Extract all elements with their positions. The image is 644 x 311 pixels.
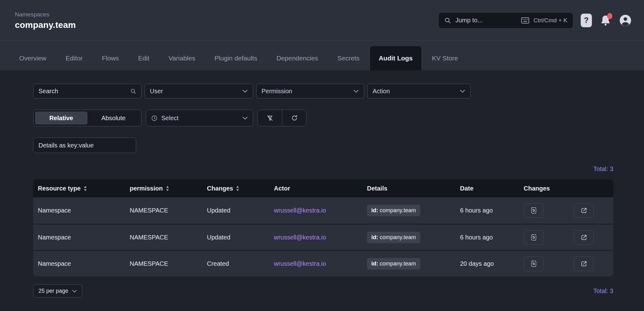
tab-flows[interactable]: Flows xyxy=(93,46,127,70)
view-changes-button[interactable] xyxy=(524,203,543,218)
tab-label: Flows xyxy=(102,55,119,62)
chevron-down-icon xyxy=(460,90,465,93)
per-page-select[interactable]: 25 per page xyxy=(33,284,82,298)
external-link-icon xyxy=(580,260,588,267)
tab-variables[interactable]: Variables xyxy=(160,46,204,70)
column-header-changes: Changes xyxy=(519,185,613,192)
time-mode-toggle: Relative Absolute xyxy=(33,110,141,126)
user-select[interactable]: User xyxy=(145,84,253,99)
jump-to-placeholder: Jump to... xyxy=(455,17,483,24)
refresh-icon xyxy=(291,115,298,121)
detail-badge: id:company.team xyxy=(367,258,420,269)
detail-value: company.team xyxy=(380,207,416,214)
tab-editor[interactable]: Editor xyxy=(57,46,92,70)
table-row[interactable]: Namespace NAMESPACE Updated wrussell@kes… xyxy=(33,197,613,224)
actor-link[interactable]: wrussell@kestra.io xyxy=(274,260,326,267)
audit-logs-panel: User Permission Action Relative Absolute xyxy=(0,70,644,298)
diff-restore-icon xyxy=(530,260,537,267)
tab-label: KV Store xyxy=(432,55,458,62)
total-count-top[interactable]: Total: 3 xyxy=(33,165,613,173)
tab-label: Overview xyxy=(19,55,47,62)
chevron-down-icon xyxy=(242,90,248,93)
sort-icon[interactable] xyxy=(236,186,239,191)
action-select[interactable]: Action xyxy=(367,84,471,99)
cell-resource-type: Namespace xyxy=(33,207,125,214)
view-changes-button[interactable] xyxy=(524,230,543,245)
tab-secrets[interactable]: Secrets xyxy=(329,46,368,70)
details-filter xyxy=(33,138,136,153)
filter-actions xyxy=(257,110,306,126)
actor-link[interactable]: wrussell@kestra.io xyxy=(274,207,326,214)
cell-resource-type: Namespace xyxy=(33,234,125,241)
cell-change-type: Updated xyxy=(202,207,269,214)
open-external-button[interactable] xyxy=(574,203,594,218)
notifications-button[interactable] xyxy=(599,14,612,27)
column-header-label: Actor xyxy=(274,185,290,192)
table-row[interactable]: Namespace NAMESPACE Created wrussell@kes… xyxy=(33,250,613,276)
tab-audit-logs[interactable]: Audit Logs xyxy=(370,46,422,70)
cell-date: 6 hours ago xyxy=(455,207,519,214)
tab-label: Editor xyxy=(66,55,83,62)
filters-row-2: Relative Absolute Select xyxy=(33,110,613,126)
tab-edit[interactable]: Edit xyxy=(129,46,158,70)
tab-label: Plugin defaults xyxy=(214,55,257,62)
table-header-row: Resource type permission Changes Actor D… xyxy=(33,179,613,197)
cell-permission: NAMESPACE xyxy=(125,207,202,214)
detail-badge: id:company.team xyxy=(367,205,420,216)
tab-plugin-defaults[interactable]: Plugin defaults xyxy=(206,46,266,70)
page-title: company.team xyxy=(15,20,76,30)
chevron-down-icon xyxy=(353,90,359,93)
time-range-select[interactable]: Select xyxy=(146,110,253,126)
column-header-label: Date xyxy=(460,185,473,192)
open-external-button[interactable] xyxy=(574,256,594,271)
app-header: Namespaces company.team Jump to... Ctrl/… xyxy=(0,0,644,41)
actor-link[interactable]: wrussell@kestra.io xyxy=(274,234,326,241)
user-select-value: User xyxy=(150,88,239,95)
toggle-relative[interactable]: Relative xyxy=(35,112,87,125)
search-icon xyxy=(444,17,451,24)
shortcut-hint: Ctrl/Cmd + K xyxy=(534,17,567,24)
sort-icon[interactable] xyxy=(83,186,87,191)
cell-permission: NAMESPACE xyxy=(125,260,202,267)
refresh-button[interactable] xyxy=(282,110,306,126)
diff-restore-icon xyxy=(530,234,537,241)
sort-icon[interactable] xyxy=(166,186,169,191)
chevron-down-icon xyxy=(72,290,77,293)
user-avatar[interactable] xyxy=(619,14,632,27)
total-count-bottom[interactable]: Total: 3 xyxy=(593,287,613,295)
clock-icon xyxy=(151,115,158,121)
detail-value: company.team xyxy=(380,261,416,267)
search-input[interactable] xyxy=(38,88,127,95)
column-header-permission: permission xyxy=(125,185,202,192)
column-header-label: permission xyxy=(130,185,163,192)
tab-label: Audit Logs xyxy=(379,55,413,62)
table-row[interactable]: Namespace NAMESPACE Updated wrussell@kes… xyxy=(33,224,613,250)
table-body: Namespace NAMESPACE Updated wrussell@kes… xyxy=(33,197,613,276)
details-input[interactable] xyxy=(38,142,131,149)
search-filter xyxy=(33,84,141,99)
tab-overview[interactable]: Overview xyxy=(11,46,55,70)
keyboard-icon xyxy=(521,17,529,24)
tab-dependencies[interactable]: Dependencies xyxy=(268,46,327,70)
chevron-down-icon xyxy=(242,116,248,120)
diff-restore-icon xyxy=(530,207,537,214)
detail-key: id: xyxy=(371,234,378,241)
open-external-button[interactable] xyxy=(574,230,594,245)
permission-select[interactable]: Permission xyxy=(256,84,364,99)
clear-filters-button[interactable] xyxy=(258,110,282,126)
view-changes-button[interactable] xyxy=(524,256,543,271)
tab-label: Dependencies xyxy=(276,55,318,62)
column-header-label: Resource type xyxy=(38,185,81,192)
column-header-label: Changes xyxy=(207,185,233,192)
breadcrumb[interactable]: Namespaces xyxy=(15,11,76,18)
column-header-resource-type: Resource type xyxy=(33,185,125,192)
jump-to-search[interactable]: Jump to... Ctrl/Cmd + K xyxy=(438,12,573,28)
external-link-icon xyxy=(580,207,588,214)
help-button[interactable]: ? xyxy=(581,14,592,27)
column-header-date: Date xyxy=(455,185,519,192)
column-header-details: Details xyxy=(362,185,455,192)
tab-kv-store[interactable]: KV Store xyxy=(423,46,467,70)
tab-label: Secrets xyxy=(337,55,359,62)
toggle-absolute[interactable]: Absolute xyxy=(87,112,140,125)
detail-key: id: xyxy=(371,207,378,214)
